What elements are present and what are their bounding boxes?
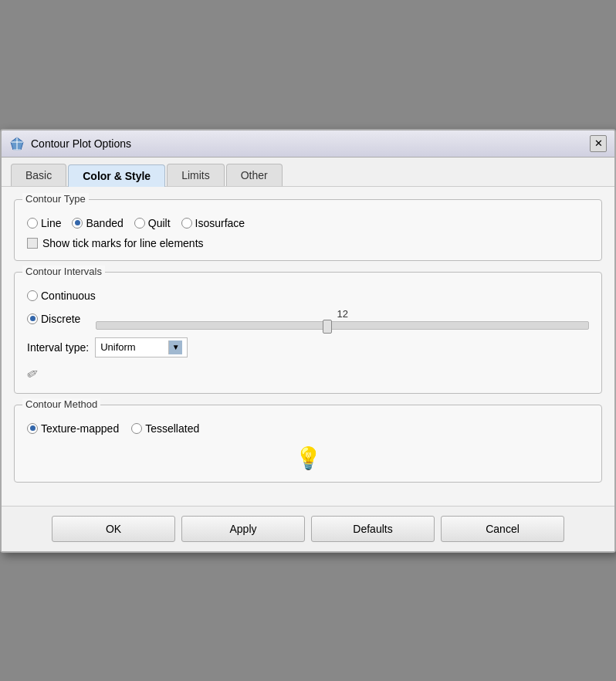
radio-line[interactable]: Line	[27, 217, 61, 229]
contour-method-label: Contour Method	[22, 398, 100, 410]
tick-marks-label: Show tick marks for line elements	[42, 237, 204, 249]
continuous-row: Continuous	[27, 290, 589, 302]
contour-method-group: Contour Method Texture-mapped Tessellate…	[14, 405, 602, 483]
radio-line-circle	[27, 218, 38, 229]
dialog: Contour Plot Options ✕ Basic Color & Sty…	[0, 129, 616, 553]
button-bar: OK Apply Defaults Cancel	[2, 506, 614, 551]
method-options: Texture-mapped Tessellated	[27, 422, 589, 435]
tab-color-style[interactable]: Color & Style	[68, 164, 165, 187]
contour-intervals-group: Contour Intervals Continuous Discrete 12	[14, 272, 602, 394]
intervals-section: Continuous Discrete 12	[27, 290, 589, 382]
ok-button[interactable]: OK	[52, 516, 175, 542]
lightbulb-icon: 💡	[295, 446, 322, 471]
radio-discrete-circle	[27, 313, 38, 324]
radio-tessellated-label: Tessellated	[145, 422, 199, 435]
radio-isosurface[interactable]: Isosurface	[181, 217, 245, 229]
radio-continuous-label: Continuous	[41, 290, 96, 302]
radio-isosurface-label: Isosurface	[195, 217, 245, 229]
radio-texture-label: Texture-mapped	[41, 422, 119, 435]
tick-marks-row: Show tick marks for line elements	[27, 237, 589, 249]
contour-type-group: Contour Type Line Banded Quilt Isosurfac…	[14, 199, 602, 261]
slider-value: 12	[96, 308, 589, 320]
dialog-icon	[9, 136, 25, 151]
tick-marks-checkbox[interactable]	[27, 238, 38, 249]
select-dropdown-arrow: ▼	[168, 340, 182, 354]
discrete-row: Discrete 12	[27, 308, 589, 330]
contour-type-options: Line Banded Quilt Isosurface	[27, 217, 589, 229]
tab-content: Contour Type Line Banded Quilt Isosurfac…	[2, 187, 614, 506]
title-bar: Contour Plot Options ✕	[2, 130, 614, 158]
cancel-button[interactable]: Cancel	[441, 516, 564, 542]
radio-quilt-label: Quilt	[148, 217, 171, 229]
apply-button[interactable]: Apply	[181, 516, 305, 542]
title-bar-left: Contour Plot Options	[9, 136, 131, 151]
tab-limits[interactable]: Limits	[167, 164, 225, 186]
interval-type-value: Uniform	[100, 341, 136, 353]
slider-track[interactable]	[96, 321, 589, 330]
radio-tessellated[interactable]: Tessellated	[131, 422, 199, 435]
radio-continuous[interactable]: Continuous	[27, 290, 96, 302]
interval-slider-container: 12	[96, 308, 589, 330]
tab-other[interactable]: Other	[226, 164, 283, 186]
radio-banded-circle	[72, 218, 83, 229]
radio-banded[interactable]: Banded	[72, 217, 123, 229]
pencil-icon[interactable]: ✏	[24, 363, 42, 384]
radio-discrete[interactable]: Discrete	[27, 313, 80, 325]
radio-continuous-circle	[27, 290, 38, 301]
lightbulb-row: 💡	[27, 446, 589, 471]
radio-discrete-label: Discrete	[41, 313, 80, 325]
tab-bar: Basic Color & Style Limits Other	[2, 158, 614, 187]
radio-banded-label: Banded	[86, 217, 123, 229]
dialog-title: Contour Plot Options	[31, 137, 131, 150]
contour-type-label: Contour Type	[22, 193, 89, 205]
radio-texture-circle	[27, 423, 38, 434]
radio-quilt-circle	[134, 218, 145, 229]
radio-texture-mapped[interactable]: Texture-mapped	[27, 422, 119, 435]
radio-isosurface-circle	[181, 218, 192, 229]
interval-type-select[interactable]: Uniform ▼	[95, 337, 188, 357]
interval-type-label: Interval type:	[27, 341, 89, 354]
contour-intervals-label: Contour Intervals	[22, 266, 105, 277]
interval-type-row: Interval type: Uniform ▼	[27, 337, 589, 357]
slider-thumb[interactable]	[323, 320, 332, 334]
radio-line-label: Line	[41, 217, 61, 229]
tab-basic[interactable]: Basic	[11, 164, 66, 186]
close-button[interactable]: ✕	[590, 135, 607, 152]
radio-quilt[interactable]: Quilt	[134, 217, 171, 229]
radio-tessellated-circle	[131, 423, 142, 434]
defaults-button[interactable]: Defaults	[311, 516, 435, 542]
